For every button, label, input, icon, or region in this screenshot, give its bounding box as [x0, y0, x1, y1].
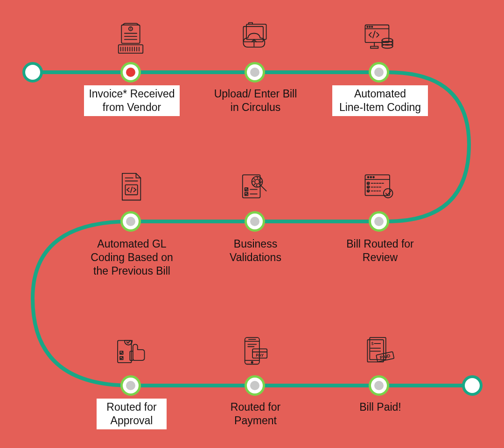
svg-point-63	[252, 362, 253, 363]
label-routed-approval: Routed forApproval	[97, 399, 167, 429]
code-document-icon	[105, 167, 156, 209]
svg-point-46	[368, 177, 369, 178]
label-routed-review: Bill Routed forReview	[332, 235, 428, 266]
svg-text:$: $	[371, 341, 374, 346]
svg-point-23	[371, 26, 372, 27]
label-line-item-coding: AutomatedLine-Item Coding	[332, 85, 428, 116]
label-business-validations: BusinessValidations	[208, 235, 303, 266]
svg-line-35	[131, 187, 132, 192]
svg-point-47	[370, 177, 371, 178]
svg-rect-19	[365, 25, 389, 42]
code-monitor-icon	[353, 18, 405, 60]
svg-point-21	[367, 26, 368, 27]
svg-point-48	[373, 177, 374, 178]
svg-line-24	[373, 31, 375, 38]
svg-point-55	[384, 189, 393, 198]
node-routed-approval	[120, 375, 141, 396]
svg-point-22	[369, 26, 370, 27]
flow-start	[22, 62, 43, 83]
node-business-validations	[245, 211, 265, 232]
flow-end	[462, 375, 483, 396]
svg-text:$: $	[130, 27, 132, 30]
paid-stamp-icon: $ PAID	[353, 331, 405, 373]
svg-point-42	[255, 179, 259, 184]
invoice-icon: $	[105, 18, 156, 60]
node-line-item-coding	[369, 62, 389, 83]
workflow-diagram: $ Invoice* Receivedfrom Vendor Upload/ E…	[0, 0, 504, 448]
svg-rect-26	[371, 46, 378, 48]
label-routed-payment: Routed forPayment	[208, 399, 303, 429]
svg-text:PAY: PAY	[256, 353, 264, 358]
node-routed-review	[369, 211, 389, 232]
label-upload-bill: Upload/ Enter Billin Circulus	[205, 85, 306, 116]
label-bill-paid: Bill Paid!	[345, 399, 415, 416]
node-bill-paid	[369, 375, 389, 396]
node-gl-coding	[120, 211, 141, 232]
label-gl-coding: Automated GLCoding Based onthe Previous …	[82, 235, 182, 279]
review-window-icon	[353, 167, 405, 209]
node-routed-payment	[245, 375, 265, 396]
validate-icon	[229, 167, 280, 209]
node-upload-bill	[245, 62, 265, 83]
node-invoice-received	[120, 62, 141, 83]
label-invoice-received: Invoice* Receivedfrom Vendor	[84, 85, 180, 116]
upload-cloud-icon	[229, 18, 280, 60]
pay-icon: PAY	[229, 331, 280, 373]
svg-line-43	[261, 186, 266, 191]
approval-icon	[105, 331, 156, 373]
